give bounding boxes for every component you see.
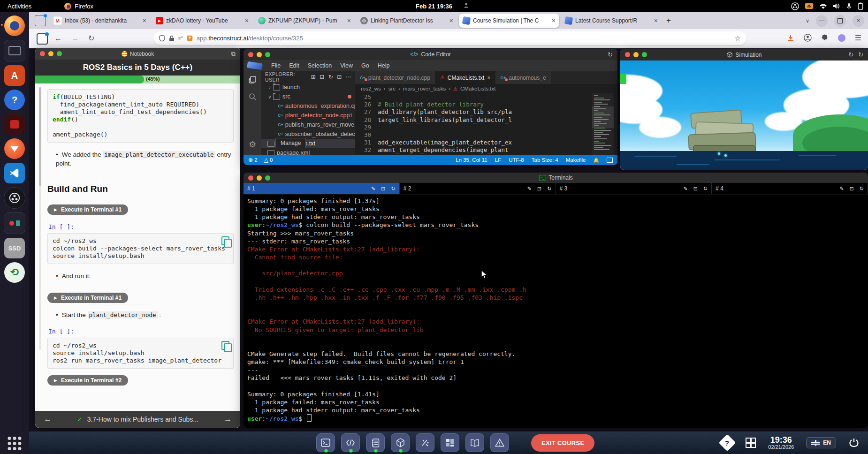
restart-terminal-icon[interactable]: ↻ [547,186,551,192]
shield-icon[interactable] [159,35,165,42]
browser-tab[interactable]: MInbox (53) - denizhankita× [50,14,150,28]
menu-file[interactable]: File [267,62,285,69]
tab-close-icon[interactable]: × [654,17,658,24]
editor-tab-plant_detector_node.cpp[interactable]: C+plant_detector_node.cpp [355,71,435,84]
browser-tab[interactable]: ▶zkDAO lottery - YouTube× [152,14,252,28]
taskbar-docs-button[interactable] [465,433,484,452]
activities-button[interactable]: Activities [8,3,31,10]
rename-terminal-icon[interactable]: ✎ [684,186,688,192]
tree-item-plant_detector_node.cpp[interactable]: C+plant_detector_node.cpp1 [261,111,355,120]
notifications-icon[interactable]: 🔔 [594,158,599,163]
extension-badge-icon[interactable] [838,34,845,42]
dock-files-app[interactable] [4,40,25,61]
breadcrumb-segment[interactable]: CMakeLists.txt [460,86,495,91]
editor-reload-icon[interactable]: ↻ [608,51,613,58]
browser-tab[interactable]: Latest Course Support/R× [561,14,662,28]
refresh-explorer-icon[interactable]: ↻ [328,74,333,80]
browser-tab[interactable]: ⚙Linking PlantDetector Iss× [357,14,457,28]
open-external-icon[interactable]: ⧉ [231,50,236,58]
exit-course-button[interactable]: EXIT COURSE [531,434,594,452]
url-bar[interactable]: ≡° app.theconstruct.ai/desktop/course/32… [153,31,746,45]
tab-close-icon[interactable]: × [143,17,146,24]
close-button[interactable]: × [853,15,864,27]
restart-terminal-icon[interactable]: ↻ [703,186,708,192]
show-applications-button[interactable] [8,437,22,450]
breadcrumb[interactable]: ros2_ws›src›mars_rover_tasks›⚠CMakeLists… [355,84,617,93]
help-button[interactable]: ? [719,434,736,452]
dock-brave[interactable] [4,138,25,159]
restart-terminal-icon[interactable]: ↻ [860,186,864,192]
new-file-icon[interactable]: ⊞ [311,74,316,80]
terminal-tab-#1[interactable]: # 1✎⊡↻ [244,183,400,194]
account-icon[interactable] [804,34,812,42]
back-button[interactable]: ← [54,34,62,43]
restart-terminal-icon[interactable]: ↻ [391,186,396,192]
menu-icon[interactable]: ☰ [855,33,861,42]
sim-restart-icon[interactable]: ↻ [858,51,863,58]
tree-item-autonomous_exploration.cpp[interactable]: C+autonomous_exploration.cpp1 [261,101,355,111]
status-item[interactable]: Ln 35, Col 11 [456,157,487,163]
lock-icon[interactable] [169,35,175,42]
tab-close-icon[interactable]: × [245,17,249,24]
tab-close-icon[interactable]: × [449,17,453,24]
dock-help-app[interactable]: ? [4,90,25,110]
prev-unit-button[interactable]: ← [44,415,52,424]
reload-button[interactable]: ↻ [88,34,94,43]
code-area[interactable]: 2526# Build plant detector library27add_… [355,93,617,155]
dock-ubuntu-app[interactable]: A [4,65,25,86]
dock-firefox[interactable] [4,15,25,36]
editor-tab-CMakeLists.txt[interactable]: ⚠CMakeLists.txt× [435,71,496,84]
dock-recorder-app[interactable] [4,212,25,234]
taskbar-tools-button[interactable] [416,433,434,452]
status-item[interactable]: Tab Size: 4 [532,157,558,163]
terminal-output[interactable]: Summary: 0 packages finished [1.37s] 1 p… [244,194,868,428]
language-selector[interactable]: EN [806,437,836,448]
copy-icon[interactable] [221,341,229,350]
browser-tab[interactable]: Course Simulation | The C× [459,14,559,28]
rename-terminal-icon[interactable]: ✎ [371,186,375,192]
dock-ssd[interactable]: SSD [4,238,25,258]
forward-button[interactable]: → [71,34,79,43]
tree-item-subscriber_obstacle_detector.cpp[interactable]: C+subscriber_obstacle_detector.cpp [261,129,355,139]
more-actions-icon[interactable]: ⋯ [346,74,351,80]
screenshot-tool-icon[interactable] [37,33,48,45]
breadcrumb-segment[interactable]: mars_rover_tasks [403,86,446,91]
rename-terminal-icon[interactable]: ✎ [527,186,532,192]
tree-item-src[interactable]: ∨src [261,92,355,101]
editor-titlebar[interactable]: </> Code Editor ↻ [244,49,617,60]
traffic-lights[interactable] [248,52,270,57]
terminal-tab-#2[interactable]: # 2✎⊡↻ [400,183,556,194]
tab-close-icon[interactable]: × [347,17,351,24]
simulation-viewport[interactable] [620,61,868,170]
open-external-terminal-icon[interactable]: ⊡ [850,186,854,192]
browser-tab[interactable]: ZKPUMP (ZKPUMP) - Pum× [254,14,355,28]
explorer-icon[interactable] [244,71,261,88]
dock-vscode[interactable] [4,163,25,183]
new-tab-button[interactable]: + [666,16,671,25]
open-external-terminal-icon[interactable]: ⊡ [537,186,541,192]
bookmark-star-icon[interactable]: ☆ [735,34,741,43]
system-tray[interactable] [791,0,863,12]
execute-terminal-2-button[interactable]: ▶Execute in Terminal #2 [47,375,128,386]
status-item[interactable]: UTF-8 [509,157,524,163]
editor-tab-autonomous_e[interactable]: C+autonomous_e [495,71,551,84]
minimap[interactable] [592,93,614,155]
execute-terminal-1-button-2[interactable]: ▶Execute in Terminal #1 [47,293,128,303]
manage-gear-icon[interactable]: ⚙ [244,136,261,153]
menu-selection[interactable]: Selection [304,62,336,69]
dock-obs[interactable] [4,187,25,209]
maximize-button[interactable] [834,15,846,27]
menu-edit[interactable]: Edit [285,62,304,69]
open-external-terminal-icon[interactable]: ⊡ [693,186,698,192]
traffic-lights[interactable] [248,175,270,181]
status-item[interactable]: Makefile [566,157,586,163]
terminal-tab-#4[interactable]: # 4✎⊡↻ [712,183,868,194]
traffic-lights[interactable] [40,51,62,56]
open-external-terminal-icon[interactable]: ⊡ [381,186,385,192]
notebook-titlebar[interactable]: Notebook ⧉ [35,48,240,60]
permissions-icon[interactable]: ≡° [178,36,183,41]
tab-close-icon[interactable]: × [552,17,556,24]
run-code-block[interactable]: cd ~/ros2_ws source install/setup.bash r… [47,338,234,369]
terminals-titlebar[interactable]: >_ Terminals [244,173,868,183]
list-tabs-icon[interactable]: ∨ [806,18,809,24]
